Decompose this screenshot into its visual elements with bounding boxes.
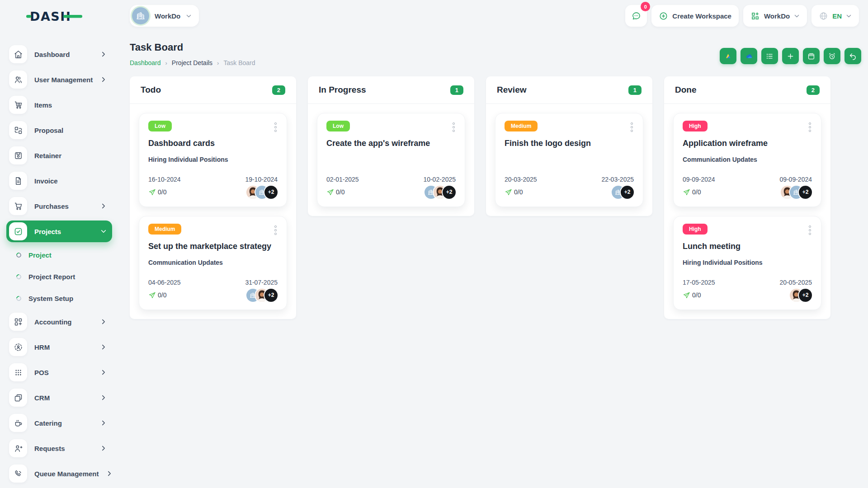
chevron-right-icon — [100, 76, 107, 83]
task-title: Application wireframe — [683, 139, 812, 148]
workspace-selector[interactable]: WorkDo — [130, 5, 199, 27]
breadcrumb-dashboard-link[interactable]: Dashboard — [130, 59, 161, 66]
workspace-name: WorkDo — [155, 12, 180, 20]
column-count-badge: 1 — [450, 85, 463, 95]
sidebar-item-retainer[interactable]: Retainer — [6, 145, 112, 166]
sidebar-item-queue-management[interactable]: Queue Management — [6, 463, 112, 484]
breadcrumb-project-details-link[interactable]: Project Details — [172, 59, 212, 66]
chevron-right-icon — [100, 445, 107, 451]
sidebar-item-dashboard[interactable]: Dashboard — [6, 43, 112, 65]
app-logo[interactable]: DASH — [0, 0, 118, 33]
task-progress: 0/0 — [683, 291, 701, 299]
list-view-button[interactable] — [761, 48, 778, 64]
sidebar-item-hrm[interactable]: HRM — [6, 336, 112, 358]
more-assignees-badge[interactable]: +2 — [799, 186, 812, 199]
card-menu-button[interactable] — [274, 224, 278, 237]
sidebar-item-invoice[interactable]: Invoice — [6, 170, 112, 192]
board-toolbar — [720, 48, 861, 64]
language-label: EN — [832, 12, 842, 20]
breadcrumb-separator: › — [165, 60, 167, 66]
breadcrumb-current: Task Board — [223, 59, 255, 66]
calendar-button[interactable] — [803, 48, 820, 64]
sidebar-subitem-system-setup[interactable]: System Setup — [6, 289, 112, 307]
sidebar-item-label: Requests — [34, 445, 65, 452]
sidebar-subitem-label: System Setup — [28, 295, 73, 302]
task-card[interactable]: Medium Finish the logo design 20-03-2025… — [495, 113, 643, 207]
plus-circle-icon — [659, 11, 668, 21]
back-button[interactable] — [844, 48, 861, 64]
more-assignees-badge[interactable]: +2 — [264, 289, 278, 302]
end-date: 22-03-2025 — [601, 176, 634, 183]
plus-icon — [786, 52, 795, 61]
task-title: Finish the logo design — [505, 139, 634, 148]
column-header: Review 1 — [486, 76, 652, 104]
task-card[interactable]: Low Create the app's wireframe 02-01-202… — [317, 113, 465, 207]
column-title: Done — [675, 85, 697, 95]
more-assignees-badge[interactable]: +2 — [799, 289, 812, 302]
column-in-progress: In Progress 1 Low Create the app's wiref… — [308, 76, 474, 216]
task-card[interactable]: Medium Set up the marketplace strategy C… — [139, 216, 287, 310]
sidebar-item-user-management[interactable]: User Management — [6, 69, 112, 90]
sidebar-item-items[interactable]: Items — [6, 94, 112, 116]
submenu-bullet-icon — [15, 295, 22, 301]
alarm-clock-icon — [828, 52, 836, 61]
more-assignees-badge[interactable]: +2 — [443, 186, 456, 199]
assignee-avatars[interactable]: +2 — [612, 186, 634, 199]
page-header: Task Board Dashboard › Project Details ›… — [118, 32, 868, 69]
more-assignees-badge[interactable]: +2 — [621, 186, 634, 199]
app-switcher-dropdown[interactable]: WorkDo — [743, 5, 807, 27]
task-card[interactable]: High Lunch meeting Hiring Individual Pos… — [673, 216, 821, 310]
sidebar-item-accounting[interactable]: Accounting — [6, 311, 112, 333]
card-menu-button[interactable] — [274, 121, 278, 134]
column-done: Done 2 High Application wireframe Commun… — [664, 76, 830, 319]
more-assignees-badge[interactable]: +2 — [264, 186, 278, 199]
sidebar-item-pos[interactable]: POS — [6, 361, 112, 383]
coffee-cup-icon — [9, 414, 27, 432]
card-menu-button[interactable] — [808, 224, 812, 237]
task-title: Set up the marketplace strategy — [148, 242, 278, 251]
chevron-right-icon — [100, 319, 107, 325]
sidebar-item-proposal[interactable]: Proposal — [6, 119, 112, 141]
assignee-avatars[interactable]: +2 — [246, 186, 278, 199]
language-dropdown[interactable]: EN — [811, 5, 859, 27]
sidebar-item-label: Invoice — [34, 177, 58, 185]
sidebar-item-label: Items — [34, 101, 52, 109]
undo-arrow-icon — [849, 52, 857, 61]
sidebar-item-projects[interactable]: Projects — [6, 221, 112, 242]
card-menu-button[interactable] — [452, 121, 456, 134]
task-milestone: Communication Updates — [683, 156, 812, 164]
chevron-down-icon — [846, 13, 852, 19]
chevron-down-icon — [100, 228, 107, 235]
dash-logo-icon: DASH — [26, 8, 83, 24]
card-menu-button[interactable] — [630, 121, 634, 134]
task-progress: 0/0 — [505, 188, 523, 196]
assignee-avatars[interactable]: +2 — [781, 186, 812, 199]
chevron-right-icon — [100, 51, 107, 57]
timer-button[interactable] — [824, 48, 840, 64]
start-date: 16-10-2024 — [148, 176, 181, 183]
chevron-right-icon — [100, 203, 107, 209]
sidebar-subitem-project[interactable]: Project — [6, 246, 112, 264]
assignee-avatars[interactable]: +2 — [425, 186, 456, 199]
task-title: Create the app's wireframe — [326, 139, 456, 148]
sidebar-item-purchases[interactable]: Purchases — [6, 195, 112, 217]
priority-badge: High — [683, 121, 708, 131]
card-menu-button[interactable] — [808, 121, 812, 134]
messenger-button[interactable]: 0 — [625, 5, 647, 27]
create-workspace-button[interactable]: Create Workspace — [651, 5, 739, 27]
add-task-button[interactable] — [782, 48, 799, 64]
sidebar-subitem-project-report[interactable]: Project Report — [6, 267, 112, 286]
sidebar-item-catering[interactable]: Catering — [6, 412, 112, 434]
assignee-avatars[interactable]: +2 — [790, 289, 812, 302]
task-card[interactable]: Low Dashboard cards Hiring Individual Po… — [139, 113, 287, 207]
task-card[interactable]: High Application wireframe Communication… — [673, 113, 821, 207]
google-drive-button[interactable] — [720, 48, 736, 64]
sidebar-item-crm[interactable]: CRM — [6, 387, 112, 408]
chevron-right-icon — [100, 344, 107, 350]
column-title: Todo — [141, 85, 161, 95]
task-progress: 0/0 — [326, 188, 344, 196]
sidebar-item-requests[interactable]: Requests — [6, 437, 112, 459]
assignee-avatars[interactable]: +2 — [246, 289, 278, 302]
sidebar-item-label: Retainer — [34, 152, 61, 160]
onedrive-button[interactable] — [741, 48, 757, 64]
